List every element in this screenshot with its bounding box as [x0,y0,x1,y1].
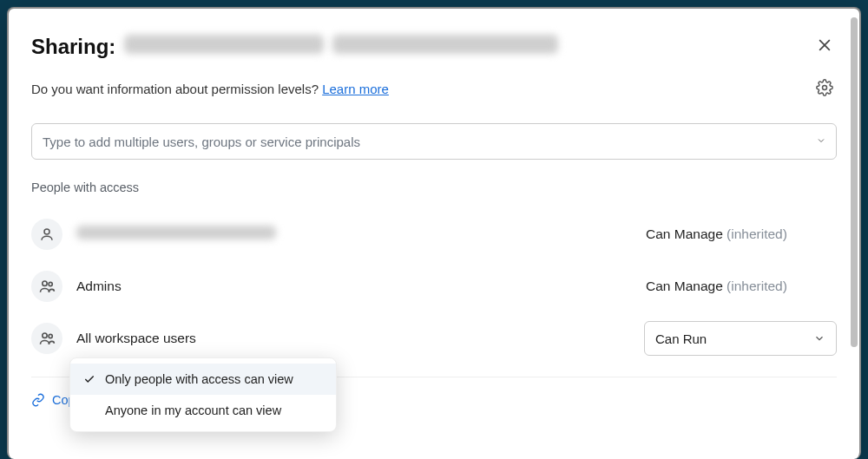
group-icon [31,323,62,354]
visibility-option[interactable]: Only people with access can view [70,364,336,395]
title-redacted-1 [124,35,324,54]
modal-title: Sharing: [31,35,558,59]
permission-label: Can Manage (inherited) [646,279,837,294]
access-row: Admins Can Manage (inherited) [31,260,837,312]
people-with-access-label: People with access [31,180,837,194]
access-row: Can Manage (inherited) [31,208,837,260]
close-button[interactable] [812,33,837,60]
modal-header: Sharing: [31,33,837,60]
principal-name: Admins [76,279,646,294]
visibility-option-label: Only people with access can view [105,372,293,386]
name-redacted [76,226,276,239]
learn-more-link[interactable]: Learn more [322,82,389,96]
title-redacted-2 [332,35,558,54]
group-icon [31,271,62,302]
svg-point-3 [44,229,49,234]
visibility-option[interactable]: Anyone in my account can view [70,395,336,426]
permission-select[interactable]: Can Run [644,321,837,356]
svg-point-6 [43,333,47,338]
info-text: Do you want information about permission… [31,82,319,96]
settings-button[interactable] [812,75,837,102]
principal-name: All workspace users [76,331,644,346]
principal-name [76,226,646,243]
user-icon [31,219,62,250]
svg-point-5 [49,282,52,285]
add-principals-field[interactable] [31,123,837,160]
scrollbar[interactable] [851,17,858,347]
add-principals-input[interactable] [31,123,837,160]
svg-point-4 [43,281,47,285]
check-icon [82,373,96,385]
title-prefix: Sharing: [31,35,115,59]
visibility-option-label: Anyone in my account can view [105,403,281,417]
permission-select-wrap: Can Run [644,321,837,356]
link-icon [31,393,45,407]
svg-point-7 [49,334,52,338]
permission-label: Can Manage (inherited) [646,226,837,242]
sharing-modal: Sharing: Do you want information about p… [7,7,861,459]
visibility-popover: Only people with access can view Anyone … [69,357,337,432]
info-row: Do you want information about permission… [31,75,837,102]
svg-point-2 [823,86,827,90]
permission-select-value: Can Run [655,331,707,346]
access-row: All workspace users Can Run [31,312,837,364]
gear-icon [816,79,833,96]
chevron-down-icon [813,332,825,344]
close-icon [816,36,833,54]
